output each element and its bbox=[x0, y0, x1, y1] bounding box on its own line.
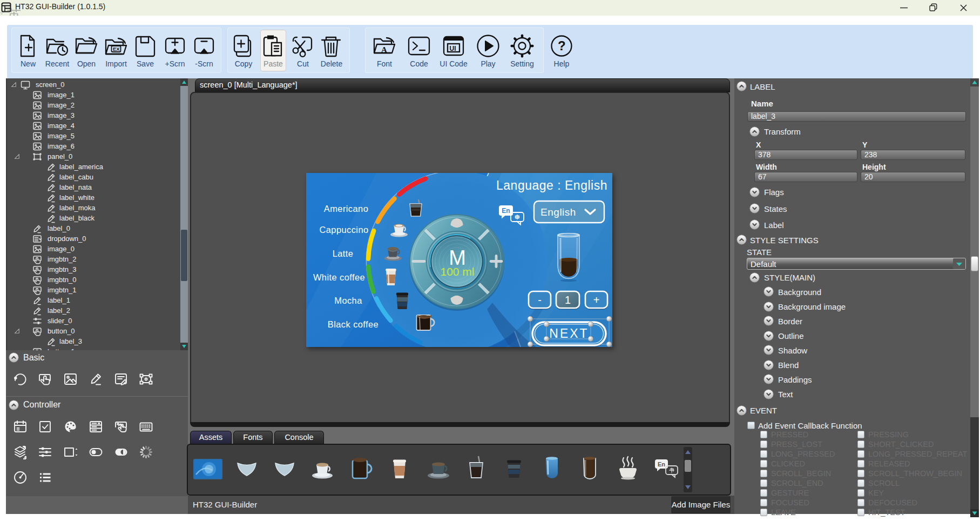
svg-text:Americano: Americano bbox=[324, 204, 368, 213]
svg-text:En: En bbox=[658, 461, 665, 467]
svg-text:En: En bbox=[502, 207, 510, 215]
svg-text:Cappuccino: Cappuccino bbox=[319, 225, 368, 235]
svg-text:Mocha: Mocha bbox=[334, 296, 362, 305]
svg-text:100 ml: 100 ml bbox=[440, 265, 474, 278]
svg-text:EX: EX bbox=[113, 46, 120, 52]
svg-text:UI: UI bbox=[450, 45, 456, 52]
svg-text:Black coffee: Black coffee bbox=[328, 319, 379, 329]
svg-text:+: + bbox=[593, 294, 600, 306]
svg-text:A: A bbox=[381, 45, 387, 54]
svg-text:NEXT: NEXT bbox=[549, 326, 589, 340]
svg-text:?: ? bbox=[558, 38, 566, 53]
svg-text:Language : English: Language : English bbox=[496, 178, 607, 192]
svg-text:White coffee: White coffee bbox=[313, 272, 365, 282]
svg-text:Latte: Latte bbox=[333, 249, 354, 258]
svg-text:1: 1 bbox=[565, 294, 571, 306]
svg-text:English: English bbox=[540, 206, 576, 218]
svg-text:-: - bbox=[538, 294, 542, 306]
